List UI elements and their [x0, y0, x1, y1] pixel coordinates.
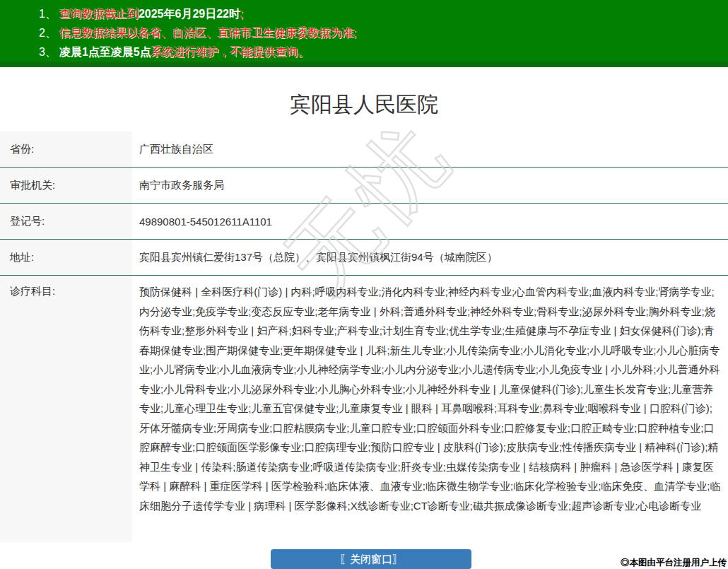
page-title: 宾阳县人民医院: [0, 90, 728, 131]
row-value: 南宁市政务服务局: [132, 168, 728, 203]
table-row-registration-number: 登记号: 49890801-545012611A1101: [0, 204, 728, 240]
upload-credit-text: ◎本图由平台注册用户上传: [621, 557, 727, 569]
row-label: 审批机关:: [0, 168, 132, 203]
hospital-info-table: 省份: 广西壮族自治区 审批机关: 南宁市政务服务局 登记号: 49890801…: [0, 131, 728, 542]
notice-number: 3、: [39, 46, 57, 58]
notice-text-strong: 凌晨1点至凌晨5点: [59, 46, 151, 58]
notice-text: 系统进行维护，不能提供查询。: [151, 46, 310, 58]
row-label: 省份:: [0, 131, 132, 167]
row-label: 诊疗科目:: [0, 276, 132, 542]
table-row-address: 地址: 宾阳县宾州镇仁爱街137号（总院）、宾阳县宾州镇枫江街94号（城南院区）: [0, 240, 728, 276]
medical-subjects-text: 预防保健科 | 全科医疗科(门诊) | 内科;呼吸内科专业;消化内科专业;神经内…: [132, 276, 728, 542]
notice-text: ;: [240, 8, 243, 20]
row-value: 49890801-545012611A1101: [132, 204, 728, 239]
notice-item-3: 3、凌晨1点至凌晨5点系统进行维护，不能提供查询。: [0, 42, 728, 61]
close-window-button[interactable]: 〖关闭窗口〗: [271, 549, 471, 569]
table-row-province: 省份: 广西壮族自治区: [0, 131, 728, 168]
row-label: 登记号:: [0, 204, 132, 239]
table-row-medical-subjects: 诊疗科目: 预防保健科 | 全科医疗科(门诊) | 内科;呼吸内科专业;消化内科…: [0, 276, 728, 542]
notice-number: 1、: [39, 8, 57, 20]
notice-item-2: 2、信息数据结果以各省、自治区、直辖市卫生健康委数据为准;: [0, 23, 728, 42]
notice-text: 查询数据截止到: [59, 8, 139, 20]
notice-item-1: 1、查询数据截止到2025年6月29日22时;: [0, 4, 728, 23]
table-row-approval-authority: 审批机关: 南宁市政务服务局: [0, 168, 728, 204]
row-value: 广西壮族自治区: [132, 131, 728, 167]
notice-number: 2、: [39, 27, 57, 39]
notice-text: 信息数据结果以各省、自治区、直辖市卫生健康委数据为准;: [59, 27, 356, 39]
row-value: 宾阳县宾州镇仁爱街137号（总院）、宾阳县宾州镇枫江街94号（城南院区）: [132, 240, 728, 275]
notice-text-strong: 2025年6月29日22时: [139, 8, 240, 20]
notice-header: 1、查询数据截止到2025年6月29日22时; 2、信息数据结果以各省、自治区、…: [0, 0, 728, 67]
notice-list: 1、查询数据截止到2025年6月29日22时; 2、信息数据结果以各省、自治区、…: [0, 4, 728, 61]
row-label: 地址:: [0, 240, 132, 275]
